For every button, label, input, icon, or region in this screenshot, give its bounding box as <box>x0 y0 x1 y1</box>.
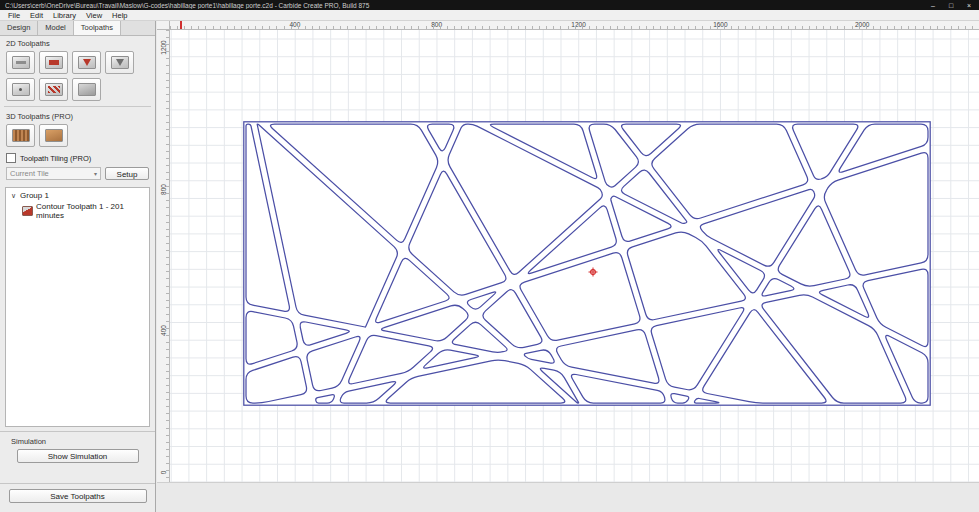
toolpath-tiling-checkbox[interactable] <box>6 153 16 163</box>
pocket-toolpath-icon[interactable] <box>39 51 68 74</box>
simulation-heading: Simulation <box>5 434 150 447</box>
vcarve-toolpath-icon[interactable] <box>72 51 101 74</box>
ruler-vertical: 12008004000 <box>157 30 170 482</box>
toolpath-tree: ∨Group 1Contour Toolpath 1 - 201 minutes <box>5 187 150 427</box>
simulation-section: Simulation Show Simulation <box>0 431 155 483</box>
ruler-label: 800 <box>160 179 167 199</box>
ruler-label: 2000 <box>855 21 869 28</box>
keyhole-toolpath-icon[interactable] <box>72 78 101 101</box>
canvas-area: 400800120016002000 12008004000 <box>157 21 979 512</box>
texture-toolpath-icon[interactable] <box>39 78 68 101</box>
toolpath-block-graphic <box>12 129 30 142</box>
contour-toolpath-icon[interactable] <box>6 51 35 74</box>
menu-view[interactable]: View <box>81 11 107 20</box>
design-canvas[interactable] <box>170 30 979 482</box>
ruler-label: 1600 <box>713 21 727 28</box>
sidebar: DesignModelToolpaths 2D Toolpaths 3D Too… <box>0 21 156 512</box>
setup-button[interactable]: Setup <box>105 167 149 180</box>
3d-toolpaths-heading: 3D Toolpaths (PRO) <box>0 109 155 122</box>
contour-toolpath-item-icon <box>22 206 33 216</box>
menu-library[interactable]: Library <box>48 11 81 20</box>
tab-toolpaths[interactable]: Toolpaths <box>74 21 121 35</box>
tile-controls-row: Current Tile ▾ Setup <box>0 165 155 182</box>
app-window: C:\Users\cerb\OneDrive\Bureau\Travail\Ma… <box>0 0 979 512</box>
menu-file[interactable]: File <box>3 11 25 20</box>
collapse-caret-icon[interactable]: ∨ <box>10 192 17 200</box>
ruler-label: 1200 <box>571 21 585 28</box>
menu-edit[interactable]: Edit <box>25 11 48 20</box>
ruler-label: 0 <box>160 463 167 483</box>
ruler-label: 1200 <box>160 38 167 58</box>
group-label: Group 1 <box>20 191 49 200</box>
voronoi-design-drawing[interactable] <box>243 121 931 406</box>
toolpath-block-graphic <box>111 56 129 69</box>
advanced-vcarve-toolpath-icon[interactable] <box>105 51 134 74</box>
save-toolpaths-button[interactable]: Save Toolpaths <box>9 489 147 503</box>
section-divider <box>4 106 151 107</box>
close-button[interactable]: × <box>964 1 974 10</box>
toolpath-block-graphic <box>78 83 96 96</box>
ruler-corner <box>157 21 170 30</box>
ruler-label: 400 <box>160 321 167 341</box>
sidebar-tabs: DesignModelToolpaths <box>0 21 155 36</box>
ruler-position-marker <box>180 21 182 29</box>
window-title: C:\Users\cerb\OneDrive\Bureau\Travail\Ma… <box>5 2 928 9</box>
show-simulation-button[interactable]: Show Simulation <box>17 449 139 463</box>
canvas-outside-area <box>157 482 979 512</box>
ruler-label: 400 <box>289 21 300 28</box>
toolpath-tiling-row[interactable]: Toolpath Tiling (PRO) <box>0 150 155 165</box>
toolpath-block-graphic <box>78 56 96 69</box>
current-tile-value: Current Tile <box>10 169 49 178</box>
toolpath-block-graphic <box>45 56 63 69</box>
window-controls: –□× <box>928 1 974 10</box>
3d-finish-toolpath-icon[interactable] <box>39 124 68 147</box>
3d-toolpath-icons <box>0 122 155 150</box>
toolpath-block-graphic <box>12 83 30 96</box>
toolpath-block-graphic <box>45 83 63 96</box>
3d-rough-toolpath-icon[interactable] <box>6 124 35 147</box>
current-tile-select[interactable]: Current Tile ▾ <box>6 167 101 180</box>
2d-toolpaths-heading: 2D Toolpaths <box>0 36 155 49</box>
menu-help[interactable]: Help <box>107 11 132 20</box>
toolpath-tiling-label: Toolpath Tiling (PRO) <box>20 154 91 163</box>
tab-model[interactable]: Model <box>38 21 73 35</box>
chevron-down-icon: ▾ <box>94 170 97 177</box>
tab-design[interactable]: Design <box>0 21 38 35</box>
toolpaths-panel: 2D Toolpaths 3D Toolpaths (PRO) Toolpath… <box>0 36 155 431</box>
toolpath-block-graphic <box>45 129 63 142</box>
maximize-button[interactable]: □ <box>946 1 956 10</box>
2d-toolpath-icons <box>0 49 155 104</box>
titlebar: C:\Users\cerb\OneDrive\Bureau\Travail\Ma… <box>0 0 979 10</box>
ruler-horizontal: 400800120016002000 <box>170 21 979 30</box>
ruler-label: 800 <box>431 21 442 28</box>
toolpath-tree-item[interactable]: Contour Toolpath 1 - 201 minutes <box>8 201 147 221</box>
save-section: Save Toolpaths <box>0 483 155 512</box>
menubar: FileEditLibraryViewHelp <box>0 10 979 21</box>
toolpath-block-graphic <box>12 56 30 69</box>
minimize-button[interactable]: – <box>928 1 938 10</box>
toolpath-item-label: Contour Toolpath 1 - 201 minutes <box>36 202 145 220</box>
tree-group-row[interactable]: ∨Group 1 <box>8 190 147 201</box>
drill-toolpath-icon[interactable] <box>6 78 35 101</box>
